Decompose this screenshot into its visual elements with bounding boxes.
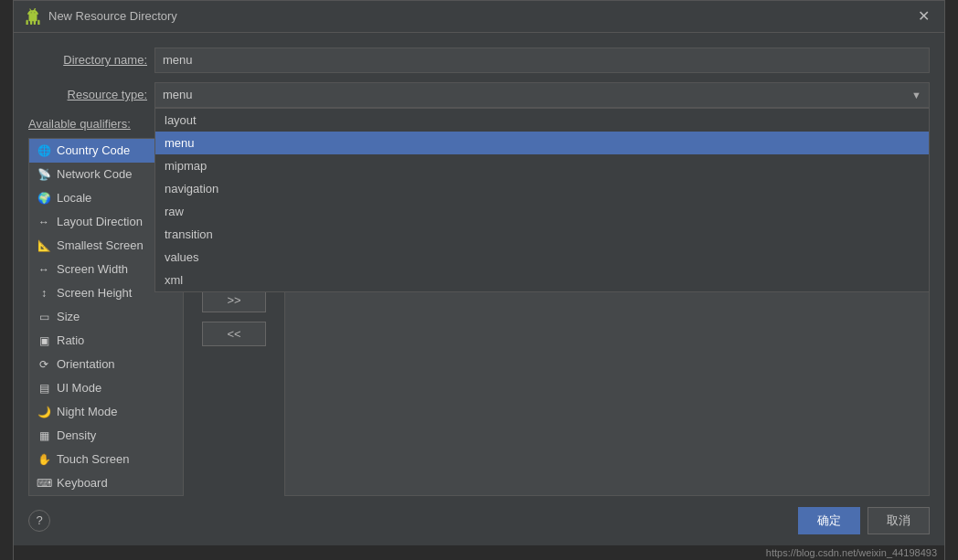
dropdown-item-menu[interactable]: menu <box>155 132 929 154</box>
qualifier-item-country-code-label: Country Code <box>57 143 130 157</box>
ui-mode-icon: ▤ <box>37 381 51 396</box>
keyboard-icon: ⌨ <box>37 476 51 491</box>
ratio-icon: ▣ <box>37 333 51 348</box>
qualifier-item-touch-screen[interactable]: ✋ Touch Screen <box>29 448 183 471</box>
cancel-button[interactable]: 取消 <box>868 507 930 534</box>
size-icon: ▭ <box>37 310 51 324</box>
night-mode-icon: 🌙 <box>37 405 51 419</box>
qualifier-item-size[interactable]: ▭ Size <box>29 305 183 329</box>
directory-name-label: Directory name: <box>28 53 147 67</box>
screen-width-icon: ↔ <box>37 262 51 277</box>
orientation-icon: ⟳ <box>37 357 51 372</box>
directory-name-input[interactable] <box>154 48 930 73</box>
qualifier-item-ratio[interactable]: ▣ Ratio <box>29 329 183 353</box>
resource-type-select[interactable]: menu ▼ <box>154 82 930 108</box>
qualifier-item-touch-screen-label: Touch Screen <box>57 452 130 466</box>
qualifier-item-orientation[interactable]: ⟳ Orientation <box>29 353 183 376</box>
locale-icon: 🌍 <box>37 191 51 206</box>
qualifier-item-smallest-screen-label: Smallest Screen <box>57 238 144 252</box>
screen-height-icon: ↕ <box>37 286 51 301</box>
qualifier-item-layout-direction-label: Layout Direction <box>57 215 143 228</box>
form-area: Directory name: Resource type: menu ▼ la… <box>14 33 944 108</box>
qualifier-item-night-mode[interactable]: 🌙 Night Mode <box>29 400 183 424</box>
dropdown-item-raw[interactable]: raw <box>155 200 929 223</box>
qualifier-item-night-mode-label: Night Mode <box>57 405 117 418</box>
dropdown-item-navigation[interactable]: navigation <box>155 177 929 200</box>
dropdown-item-xml[interactable]: xml <box>155 269 929 291</box>
density-icon: ▦ <box>37 428 51 443</box>
qualifier-item-screen-height-label: Screen Height <box>57 286 132 300</box>
qualifier-item-size-label: Size <box>57 310 80 323</box>
close-button[interactable]: ✕ <box>914 9 933 24</box>
qualifier-item-locale-label: Locale <box>57 191 91 205</box>
dialog-title: New Resource Directory <box>48 9 177 23</box>
layout-direction-icon: ↔ <box>37 215 51 229</box>
qualifier-item-keyboard-label: Keyboard <box>57 476 108 490</box>
qualifier-item-keyboard[interactable]: ⌨ Keyboard <box>29 471 183 495</box>
confirm-button[interactable]: 确定 <box>798 507 860 534</box>
resource-type-row: Resource type: menu ▼ layout menu mipmap… <box>28 82 930 108</box>
url-text: https://blog.csdn.net/weixin_44198493 <box>766 547 937 558</box>
touch-screen-icon: ✋ <box>37 452 51 467</box>
bottom-bar: ? 确定 取消 <box>14 496 944 545</box>
qualifier-item-ui-mode-label: UI Mode <box>57 381 101 395</box>
chevron-down-icon: ▼ <box>911 90 921 100</box>
qualifier-item-ui-mode[interactable]: ▤ UI Mode <box>29 376 183 400</box>
qualifier-item-orientation-label: Orientation <box>57 357 115 371</box>
qualifier-item-network-code-label: Network Code <box>57 167 132 181</box>
bottom-actions: 确定 取消 <box>798 507 930 534</box>
network-code-icon: 📡 <box>37 167 51 182</box>
qualifier-item-ratio-label: Ratio <box>57 333 84 347</box>
qualifier-item-density[interactable]: ▦ Density <box>29 424 183 448</box>
url-bar: https://blog.csdn.net/weixin_44198493 <box>14 545 944 560</box>
directory-name-row: Directory name: <box>28 48 930 73</box>
title-bar: New Resource Directory ✕ <box>14 1 944 33</box>
qualifier-item-density-label: Density <box>57 428 96 442</box>
dropdown-item-values[interactable]: values <box>155 246 929 269</box>
resource-type-value: menu <box>163 88 193 101</box>
qualifier-item-screen-width-label: Screen Width <box>57 262 128 276</box>
dropdown-item-mipmap[interactable]: mipmap <box>155 154 929 177</box>
resource-type-label: Resource type: <box>28 88 147 101</box>
country-code-icon: 🌐 <box>37 143 51 158</box>
dropdown-item-transition[interactable]: transition <box>155 223 929 246</box>
smallest-screen-icon: 📐 <box>37 238 51 253</box>
dropdown-item-layout[interactable]: layout <box>155 109 929 132</box>
help-button[interactable]: ? <box>28 510 50 532</box>
android-icon <box>25 8 41 25</box>
resource-type-dropdown[interactable]: layout menu mipmap navigation raw transi… <box>154 108 930 292</box>
title-bar-left: New Resource Directory <box>25 8 177 25</box>
dialog: New Resource Directory ✕ Directory name:… <box>13 0 945 560</box>
resource-type-select-wrapper: menu ▼ layout menu mipmap navigation raw… <box>154 82 930 108</box>
remove-qualifier-button[interactable]: << <box>202 322 266 346</box>
